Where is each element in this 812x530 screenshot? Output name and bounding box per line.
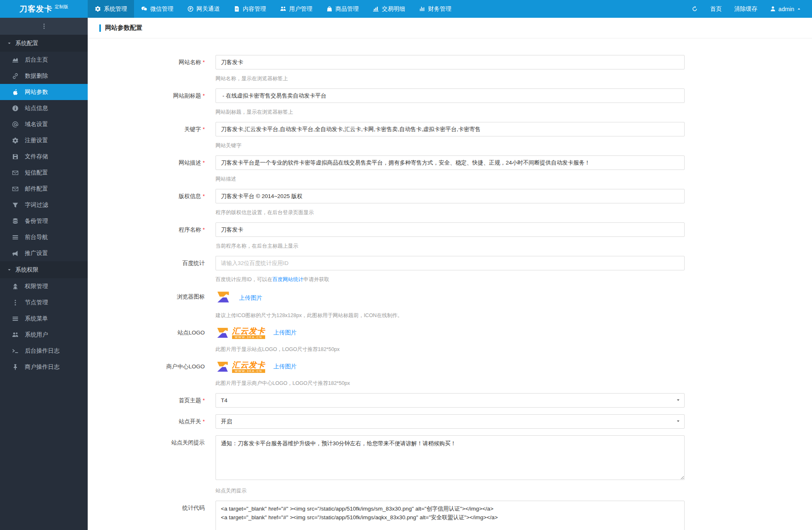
sidebar-item-node-management[interactable]: 节点管理 xyxy=(0,294,88,310)
sidebar-item-file-storage[interactable]: 文件存储 xyxy=(0,148,88,165)
field-row-merchant-logo: 商户中心LOGO汇云发卡WWW.3KA.CN上传图片此图片用于显示商户中心LOG… xyxy=(88,359,812,387)
field-row-site-description: 网站描述*网站描述 xyxy=(88,155,812,182)
sidebar-item-permission-management[interactable]: 权限管理 xyxy=(0,278,88,294)
field-site-description-input[interactable] xyxy=(216,155,685,170)
sidebar-item-label: 节点管理 xyxy=(25,299,48,306)
field-label-program-name: 程序名称* xyxy=(88,222,205,237)
field-help-site-logo: 此图片用于显示站点LOGO，LOGO尺寸推荐182*50px xyxy=(216,346,812,353)
field-baidu-stats-input[interactable] xyxy=(216,256,685,270)
sidebar-item-label: 后台主页 xyxy=(25,56,48,64)
sidebar-item-register-settings[interactable]: 注册设置 xyxy=(0,132,88,148)
sidebar: 系统配置后台主页数据删除网站参数站点信息域名设置注册设置文件存储短信配置邮件配置… xyxy=(0,18,88,530)
field-program-name-input[interactable] xyxy=(216,222,685,237)
sidebar-section-label: 系统配置 xyxy=(15,40,38,47)
at-sign-icon xyxy=(12,121,19,128)
field-label-site-logo: 站点LOGO xyxy=(88,325,205,340)
topnav-label: 用户管理 xyxy=(289,5,312,13)
topnav: 系统管理微信管理网关通道内容管理用户管理商品管理交易明细财务管理 xyxy=(88,0,458,18)
sidebar-section-label: 系统权限 xyxy=(15,266,38,274)
site-logo-image: 汇云发卡WWW.3KA.CN xyxy=(216,326,265,340)
sidebar-item-mail-config[interactable]: 邮件配置 xyxy=(0,181,88,197)
topnav-wechat-management[interactable]: 微信管理 xyxy=(134,0,180,18)
sidebar-item-front-nav[interactable]: 前台导航 xyxy=(0,229,88,245)
field-baidu-stats-help-link[interactable]: 百度网站统计 xyxy=(273,277,304,282)
field-site-close-tip-textarea[interactable] xyxy=(216,435,685,480)
field-keywords-input[interactable] xyxy=(216,122,685,136)
ellipsis-v-icon xyxy=(12,299,19,306)
topnav-content-management[interactable]: 内容管理 xyxy=(227,0,273,18)
site-logo-name: 汇云发卡 xyxy=(232,361,265,369)
sidebar-item-word-filter[interactable]: 字词过滤 xyxy=(0,197,88,213)
home-link[interactable]: 首页 xyxy=(710,5,722,13)
ellipsis-v-icon xyxy=(41,23,47,29)
field-row-home-theme: 首页主题*T4 xyxy=(88,393,812,408)
users-icon xyxy=(12,332,19,338)
sidebar-item-label: 权限管理 xyxy=(25,283,48,290)
page-title-row: 网站参数配置 xyxy=(88,18,812,38)
field-browser-icon-upload-link[interactable]: 上传图片 xyxy=(239,294,262,302)
site-logo-domain: WWW.3KA.CN xyxy=(232,335,265,339)
field-help-browser-icon: 建议上传ICO图标的尺寸为128x128px，此图标用于网站标题前，ICON在线… xyxy=(216,312,812,319)
sidebar-section-system-permission[interactable]: 系统权限 xyxy=(0,261,88,278)
info-circle-icon xyxy=(12,105,19,112)
sidebar-item-merchant-operation-log[interactable]: 商户操作日志 xyxy=(0,359,88,375)
chart-area-icon xyxy=(12,57,19,63)
field-label-copyright: 版权信息* xyxy=(88,189,205,203)
refresh-icon[interactable] xyxy=(692,6,698,12)
topnav-goods-management[interactable]: 商品管理 xyxy=(319,0,366,18)
topnav-gateway-channel[interactable]: 网关通道 xyxy=(180,0,227,18)
field-site-logo-upload-link[interactable]: 上传图片 xyxy=(273,329,297,337)
field-label-text: 统计代码 xyxy=(182,505,205,511)
sidebar-item-domain-settings[interactable]: 域名设置 xyxy=(0,116,88,132)
bars-icon xyxy=(12,234,19,241)
shop-bag-icon xyxy=(326,6,333,12)
sidebar-item-label: 邮件配置 xyxy=(25,185,48,193)
sidebar-item-promotion-settings[interactable]: 推广设置 xyxy=(0,245,88,261)
sidebar-item-label: 推广设置 xyxy=(25,250,48,257)
field-label-text: 关键字 xyxy=(184,126,201,132)
field-merchant-logo-upload-link[interactable]: 上传图片 xyxy=(273,363,297,370)
caret-down-icon xyxy=(676,419,680,423)
sidebar-item-backend-home[interactable]: 后台主页 xyxy=(0,52,88,68)
floppy-icon xyxy=(12,153,19,160)
sidebar-item-site-info[interactable]: 站点信息 xyxy=(0,100,88,116)
topnav-transaction-detail[interactable]: 交易明细 xyxy=(366,0,412,18)
field-help-copyright: 程序的版权信息设置，在后台登录页面显示 xyxy=(216,209,812,216)
user-menu[interactable]: admin xyxy=(770,6,801,12)
sidebar-item-system-menu[interactable]: 系统菜单 xyxy=(0,310,88,327)
field-home-theme-select[interactable]: T4 xyxy=(216,393,685,408)
field-site-subtitle-input[interactable] xyxy=(216,88,685,103)
field-site-switch-select[interactable]: 开启 xyxy=(216,414,685,429)
clear-cache-link[interactable]: 清除缓存 xyxy=(734,5,757,13)
topnav-finance-management[interactable]: 财务管理 xyxy=(412,0,458,18)
brand-title: 刀客发卡 xyxy=(19,4,53,14)
field-copyright-input[interactable] xyxy=(216,189,685,203)
sidebar-item-system-users[interactable]: 系统用户 xyxy=(0,327,88,343)
browser-favicon-image xyxy=(216,289,231,306)
help-text: 申请并获取 xyxy=(304,277,330,282)
site-logo-domain: WWW.3KA.CN xyxy=(232,369,265,373)
sidebar-section-system-config[interactable]: 系统配置 xyxy=(0,35,88,52)
topnav-user-management[interactable]: 用户管理 xyxy=(273,0,319,18)
user-name: admin xyxy=(778,6,794,12)
field-row-site-subtitle: 网站副标题*网站副标题，显示在浏览器标签上 xyxy=(88,88,812,115)
site-logo-name: 汇云发卡 xyxy=(232,327,265,335)
sidebar-item-sms-config[interactable]: 短信配置 xyxy=(0,165,88,181)
sidebar-item-label: 数据删除 xyxy=(25,72,48,80)
sidebar-collapse-toggle[interactable] xyxy=(0,18,88,35)
field-label-home-theme: 首页主题* xyxy=(88,393,205,408)
field-site-name-input[interactable] xyxy=(216,55,685,69)
sidebar-item-backup-management[interactable]: 备份管理 xyxy=(0,213,88,229)
field-help-site-subtitle: 网站副标题，显示在浏览器标签上 xyxy=(216,109,812,115)
topnav-system-management[interactable]: 系统管理 xyxy=(88,0,134,18)
field-stats-code-textarea[interactable] xyxy=(216,501,685,530)
topnav-label: 内容管理 xyxy=(243,5,266,13)
sidebar-item-label: 字词过滤 xyxy=(25,201,48,209)
sidebar-item-admin-operation-log[interactable]: 后台操作日志 xyxy=(0,343,88,359)
logo-mark xyxy=(216,326,230,340)
field-help-site-description: 网站描述 xyxy=(216,176,812,182)
sidebar-item-site-params[interactable]: 网站参数 xyxy=(0,84,88,100)
topbar: 刀客发卡 定制版 系统管理微信管理网关通道内容管理用户管理商品管理交易明细财务管… xyxy=(0,0,812,18)
sidebar-item-data-delete[interactable]: 数据删除 xyxy=(0,68,88,84)
finance-wave-icon xyxy=(419,6,425,12)
